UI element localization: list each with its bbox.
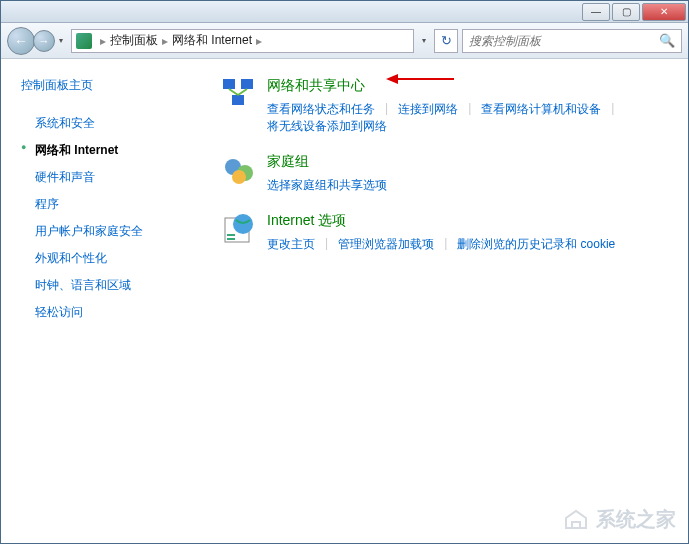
section-body: 家庭组 选择家庭组和共享选项 <box>267 153 668 194</box>
link-sep: | <box>468 101 471 118</box>
nav-buttons: ← → ▾ <box>7 27 67 55</box>
section-homegroup: 家庭组 选择家庭组和共享选项 <box>221 153 668 194</box>
sidebar-item-ease-of-access[interactable]: 轻松访问 <box>21 299 189 326</box>
control-panel-icon <box>76 33 92 49</box>
link-add-wireless-device[interactable]: 将无线设备添加到网络 <box>267 118 387 135</box>
search-box[interactable]: 🔍 <box>462 29 682 53</box>
search-icon: 🔍 <box>659 33 675 48</box>
section-body: 网络和共享中心 查看网络状态和任务 | 连接到网络 | 查看网络计算机和设备 |… <box>267 77 668 135</box>
svg-line-6 <box>238 89 247 95</box>
link-sep: | <box>444 236 447 253</box>
section-links: 更改主页 | 管理浏览器加载项 | 删除浏览的历史记录和 cookie <box>267 236 668 253</box>
breadcrumb[interactable]: ▸ 控制面板 ▸ 网络和 Internet ▸ <box>71 29 414 53</box>
sidebar-item-hardware-sound[interactable]: 硬件和声音 <box>21 164 189 191</box>
svg-rect-12 <box>227 234 235 236</box>
breadcrumb-sep: ▸ <box>162 34 168 48</box>
control-panel-home-link[interactable]: 控制面板主页 <box>21 77 189 94</box>
history-dropdown[interactable]: ▾ <box>55 31 67 51</box>
sidebar-item-appearance[interactable]: 外观和个性化 <box>21 245 189 272</box>
sidebar-list: 系统和安全 网络和 Internet 硬件和声音 程序 用户帐户和家庭安全 外观… <box>21 110 189 326</box>
search-input[interactable] <box>469 34 659 48</box>
navbar: ← → ▾ ▸ 控制面板 ▸ 网络和 Internet ▸ ▾ ↻ 🔍 <box>1 23 688 59</box>
close-button[interactable]: ✕ <box>642 3 686 21</box>
link-view-network-status[interactable]: 查看网络状态和任务 <box>267 101 375 118</box>
link-manage-addons[interactable]: 管理浏览器加载项 <box>338 236 434 253</box>
link-change-homepage[interactable]: 更改主页 <box>267 236 315 253</box>
section-network-sharing: 网络和共享中心 查看网络状态和任务 | 连接到网络 | 查看网络计算机和设备 |… <box>221 77 668 135</box>
watermark-text: 系统之家 <box>596 506 676 533</box>
network-sharing-icon <box>221 77 257 113</box>
breadcrumb-sep: ▸ <box>256 34 262 48</box>
titlebar: — ▢ ✕ <box>1 1 688 23</box>
section-links: 查看网络状态和任务 | 连接到网络 | 查看网络计算机和设备 | 将无线设备添加… <box>267 101 668 135</box>
breadcrumb-dropdown[interactable]: ▾ <box>418 31 430 51</box>
section-links: 选择家庭组和共享选项 <box>267 177 668 194</box>
link-sep: | <box>325 236 328 253</box>
breadcrumb-control-panel[interactable]: 控制面板 <box>110 32 158 49</box>
section-body: Internet 选项 更改主页 | 管理浏览器加载项 | 删除浏览的历史记录和… <box>267 212 668 253</box>
svg-rect-3 <box>241 79 253 89</box>
breadcrumb-network-internet[interactable]: 网络和 Internet <box>172 32 252 49</box>
sidebar-item-system-security[interactable]: 系统和安全 <box>21 110 189 137</box>
network-sharing-center-link[interactable]: 网络和共享中心 <box>267 77 668 95</box>
svg-rect-2 <box>223 79 235 89</box>
breadcrumb-sep: ▸ <box>100 34 106 48</box>
sidebar-item-programs[interactable]: 程序 <box>21 191 189 218</box>
svg-line-5 <box>229 89 238 95</box>
link-connect-network[interactable]: 连接到网络 <box>398 101 458 118</box>
content-body: 控制面板主页 系统和安全 网络和 Internet 硬件和声音 程序 用户帐户和… <box>1 59 688 543</box>
link-view-computers-devices[interactable]: 查看网络计算机和设备 <box>481 101 601 118</box>
sidebar: 控制面板主页 系统和安全 网络和 Internet 硬件和声音 程序 用户帐户和… <box>1 59 201 543</box>
forward-button[interactable]: → <box>33 30 55 52</box>
homegroup-link[interactable]: 家庭组 <box>267 153 668 171</box>
sidebar-item-clock-language[interactable]: 时钟、语言和区域 <box>21 272 189 299</box>
svg-point-9 <box>232 170 246 184</box>
section-internet-options: Internet 选项 更改主页 | 管理浏览器加载项 | 删除浏览的历史记录和… <box>221 212 668 253</box>
control-panel-window: — ▢ ✕ ← → ▾ ▸ 控制面板 ▸ 网络和 Internet ▸ ▾ ↻ … <box>0 0 689 544</box>
minimize-button[interactable]: — <box>582 3 610 21</box>
internet-options-link[interactable]: Internet 选项 <box>267 212 668 230</box>
sidebar-item-network-internet[interactable]: 网络和 Internet <box>21 137 189 164</box>
svg-rect-13 <box>227 238 235 240</box>
svg-rect-4 <box>232 95 244 105</box>
maximize-button[interactable]: ▢ <box>612 3 640 21</box>
link-sep: | <box>385 101 388 118</box>
link-delete-history-cookies[interactable]: 删除浏览的历史记录和 cookie <box>457 236 615 253</box>
homegroup-icon <box>221 153 257 189</box>
sidebar-item-user-accounts[interactable]: 用户帐户和家庭安全 <box>21 218 189 245</box>
internet-options-icon <box>221 212 257 248</box>
link-sep: | <box>611 101 614 118</box>
refresh-button[interactable]: ↻ <box>434 29 458 53</box>
back-button[interactable]: ← <box>7 27 35 55</box>
link-homegroup-sharing-options[interactable]: 选择家庭组和共享选项 <box>267 177 387 194</box>
watermark: 系统之家 <box>562 506 676 533</box>
main-panel: 网络和共享中心 查看网络状态和任务 | 连接到网络 | 查看网络计算机和设备 |… <box>201 59 688 543</box>
